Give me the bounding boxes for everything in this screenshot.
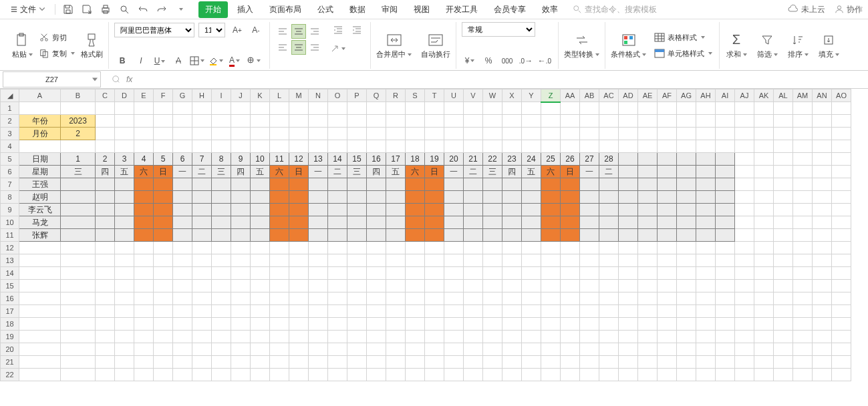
cell[interactable] bbox=[173, 369, 192, 381]
cell[interactable] bbox=[774, 292, 793, 305]
col-header-AI[interactable]: AI bbox=[716, 89, 735, 102]
cell[interactable] bbox=[793, 178, 813, 191]
cell[interactable] bbox=[832, 191, 851, 204]
cell[interactable] bbox=[154, 140, 173, 153]
cell[interactable] bbox=[386, 115, 406, 128]
cell[interactable] bbox=[774, 204, 793, 216]
cell[interactable] bbox=[367, 292, 386, 305]
cell[interactable] bbox=[677, 356, 696, 369]
cell[interactable]: 2 bbox=[61, 128, 96, 140]
cell[interactable] bbox=[483, 356, 502, 369]
cell[interactable]: 六 bbox=[541, 166, 561, 178]
cell[interactable] bbox=[716, 280, 735, 292]
row-header-15[interactable]: 15 bbox=[1, 280, 19, 292]
cell[interactable] bbox=[522, 229, 541, 242]
cell[interactable] bbox=[754, 343, 774, 356]
decrease-font-icon[interactable]: A- bbox=[248, 22, 264, 38]
col-header-S[interactable]: S bbox=[406, 89, 425, 102]
cell[interactable] bbox=[735, 280, 754, 292]
cell[interactable]: 13 bbox=[309, 153, 328, 166]
cell[interactable] bbox=[541, 191, 561, 204]
row-header-22[interactable]: 22 bbox=[1, 369, 19, 381]
cell[interactable] bbox=[115, 178, 134, 191]
cell[interactable] bbox=[192, 102, 212, 115]
cell[interactable] bbox=[192, 191, 212, 204]
cell[interactable] bbox=[502, 204, 522, 216]
cell[interactable] bbox=[386, 242, 406, 254]
cell[interactable] bbox=[367, 343, 386, 356]
cell[interactable] bbox=[696, 305, 716, 318]
cell[interactable] bbox=[270, 242, 289, 254]
cell[interactable] bbox=[192, 356, 212, 369]
cell[interactable]: 四 bbox=[367, 166, 386, 178]
cell[interactable] bbox=[212, 140, 231, 153]
cell[interactable] bbox=[134, 115, 154, 128]
cell[interactable] bbox=[386, 229, 406, 242]
cell[interactable]: 12 bbox=[289, 153, 309, 166]
cell[interactable] bbox=[832, 166, 851, 178]
cell[interactable] bbox=[347, 191, 367, 204]
cell[interactable] bbox=[231, 204, 251, 216]
cell[interactable] bbox=[658, 267, 677, 280]
cell[interactable] bbox=[619, 166, 638, 178]
cell[interactable] bbox=[367, 140, 386, 153]
cell[interactable] bbox=[406, 254, 425, 267]
cell[interactable]: 三 bbox=[61, 166, 96, 178]
cell[interactable] bbox=[231, 229, 251, 242]
cell[interactable]: 赵明 bbox=[19, 191, 61, 204]
cell[interactable] bbox=[735, 292, 754, 305]
cell[interactable] bbox=[406, 242, 425, 254]
cell[interactable] bbox=[832, 343, 851, 356]
row-header-2[interactable]: 2 bbox=[1, 115, 19, 128]
cell[interactable] bbox=[19, 102, 61, 115]
cell[interactable]: 23 bbox=[502, 153, 522, 166]
cell[interactable] bbox=[464, 331, 483, 343]
tab-视图[interactable]: 视图 bbox=[407, 1, 436, 18]
cell[interactable] bbox=[425, 343, 444, 356]
cell[interactable] bbox=[638, 153, 658, 166]
cell[interactable] bbox=[502, 318, 522, 331]
cell[interactable] bbox=[716, 242, 735, 254]
cell[interactable] bbox=[638, 267, 658, 280]
cell[interactable] bbox=[464, 242, 483, 254]
cell[interactable] bbox=[754, 140, 774, 153]
cell[interactable] bbox=[483, 178, 502, 191]
cell[interactable] bbox=[774, 254, 793, 267]
cell[interactable] bbox=[134, 369, 154, 381]
cell[interactable] bbox=[19, 343, 61, 356]
cell[interactable] bbox=[61, 267, 96, 280]
cell[interactable] bbox=[483, 292, 502, 305]
cell[interactable] bbox=[367, 254, 386, 267]
cell[interactable] bbox=[619, 204, 638, 216]
cell[interactable] bbox=[444, 305, 464, 318]
cell[interactable] bbox=[425, 191, 444, 204]
cell[interactable] bbox=[793, 128, 813, 140]
cell[interactable] bbox=[328, 128, 347, 140]
cell[interactable] bbox=[309, 356, 328, 369]
cell[interactable] bbox=[677, 242, 696, 254]
cell[interactable] bbox=[347, 318, 367, 331]
cell[interactable] bbox=[96, 254, 115, 267]
cell[interactable] bbox=[735, 229, 754, 242]
cell[interactable] bbox=[309, 140, 328, 153]
cell[interactable] bbox=[134, 140, 154, 153]
cell[interactable] bbox=[638, 331, 658, 343]
cell[interactable]: 24 bbox=[522, 153, 541, 166]
cell[interactable]: 3 bbox=[115, 153, 134, 166]
cell[interactable]: 张辉 bbox=[19, 229, 61, 242]
cell[interactable] bbox=[716, 267, 735, 280]
cell[interactable] bbox=[716, 305, 735, 318]
cell[interactable]: 日期 bbox=[19, 153, 61, 166]
cell[interactable] bbox=[638, 356, 658, 369]
cell[interactable] bbox=[619, 318, 638, 331]
cell[interactable] bbox=[483, 369, 502, 381]
cell[interactable] bbox=[522, 178, 541, 191]
cell[interactable] bbox=[522, 216, 541, 229]
cell[interactable] bbox=[599, 343, 619, 356]
cell[interactable] bbox=[638, 178, 658, 191]
cell[interactable] bbox=[19, 356, 61, 369]
cell[interactable] bbox=[716, 229, 735, 242]
border-icon[interactable] bbox=[189, 53, 205, 69]
cell[interactable] bbox=[270, 191, 289, 204]
col-header-K[interactable]: K bbox=[251, 89, 270, 102]
